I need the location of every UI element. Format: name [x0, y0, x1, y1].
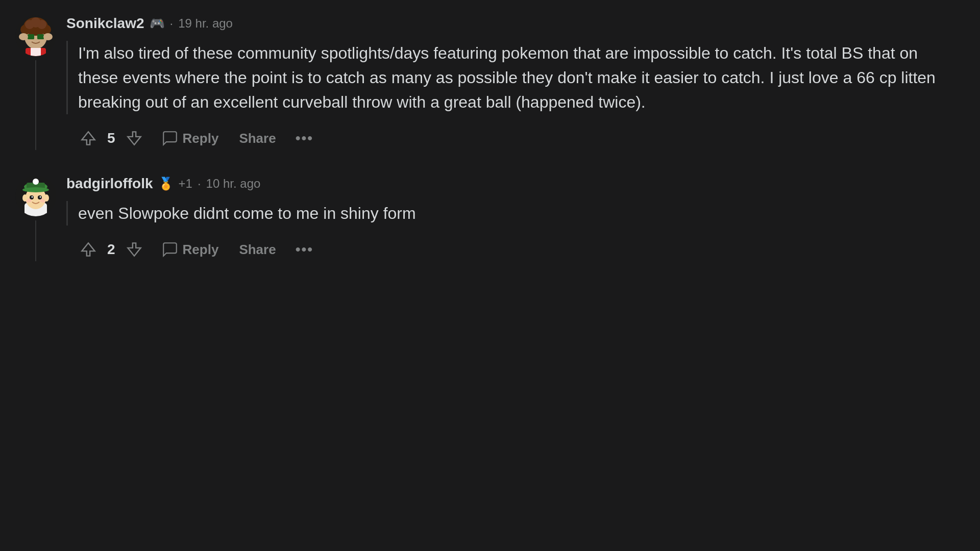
- svg-point-22: [33, 179, 39, 185]
- more-button[interactable]: •••: [291, 128, 317, 148]
- vote-count: 5: [107, 130, 115, 146]
- reply-button[interactable]: Reply: [156, 238, 224, 261]
- share-button[interactable]: Share: [234, 239, 281, 261]
- upvote-icon: [79, 240, 98, 259]
- comment-item: badgirloffolk 🏅 +1 · 10 hr. ago even Slo…: [15, 170, 954, 261]
- comment-body: even Slowpoke didnt come to me in shiny …: [66, 201, 954, 226]
- user-flair: 🎮: [150, 16, 165, 31]
- comment-content: Sonikclaw2 🎮 · 19 hr. ago I'm also tired…: [64, 15, 954, 150]
- svg-point-26: [40, 196, 41, 198]
- svg-point-21: [22, 187, 49, 192]
- vote-count: 2: [107, 241, 115, 258]
- svg-point-29: [22, 194, 28, 202]
- user-flair: 🏅: [158, 177, 174, 191]
- share-label: Share: [239, 131, 276, 146]
- upvote-button[interactable]: [77, 238, 100, 261]
- username: badgirloffolk: [66, 176, 153, 192]
- share-label: Share: [239, 242, 276, 258]
- svg-point-25: [32, 196, 33, 198]
- comment-content: badgirloffolk 🏅 +1 · 10 hr. ago even Slo…: [64, 176, 954, 261]
- avatar-column: [15, 176, 56, 261]
- reply-label: Reply: [183, 242, 219, 258]
- svg-rect-10: [28, 34, 34, 39]
- comment-item: Sonikclaw2 🎮 · 19 hr. ago I'm also tired…: [15, 10, 954, 150]
- reply-button[interactable]: Reply: [156, 127, 224, 150]
- thread-line: [35, 220, 36, 261]
- comments-container: Sonikclaw2 🎮 · 19 hr. ago I'm also tired…: [0, 0, 970, 292]
- comment-actions: 2 Reply Share •••: [66, 238, 954, 261]
- svg-point-7: [31, 17, 41, 28]
- karma-badge: +1: [179, 177, 192, 191]
- vote-controls: 2: [77, 238, 146, 261]
- username: Sonikclaw2: [66, 15, 144, 32]
- avatar-image: [15, 15, 56, 56]
- downvote-button[interactable]: [122, 238, 146, 261]
- avatar-column: [15, 15, 56, 150]
- share-button[interactable]: Share: [234, 128, 281, 149]
- svg-point-30: [44, 194, 49, 202]
- avatar-image: [15, 176, 56, 216]
- thread-line: [35, 60, 36, 150]
- vote-controls: 5: [77, 127, 146, 150]
- upvote-icon: [79, 129, 98, 148]
- reply-icon: [161, 241, 179, 258]
- svg-point-15: [43, 33, 53, 40]
- timestamp: 19 hr. ago: [178, 16, 233, 31]
- downvote-button[interactable]: [122, 127, 146, 150]
- downvote-icon: [125, 240, 144, 259]
- downvote-icon: [125, 129, 144, 148]
- comment-header: badgirloffolk 🏅 +1 · 10 hr. ago: [66, 176, 954, 192]
- avatar: [15, 176, 56, 216]
- upvote-button[interactable]: [77, 127, 100, 150]
- avatar: [15, 15, 56, 56]
- comment-body: I'm also tired of these community spotli…: [66, 41, 954, 114]
- reply-icon: [161, 130, 179, 147]
- more-label: •••: [296, 130, 313, 146]
- comment-header: Sonikclaw2 🎮 · 19 hr. ago: [66, 15, 954, 32]
- timestamp: 10 hr. ago: [206, 177, 261, 191]
- more-label: •••: [296, 241, 313, 257]
- more-button[interactable]: •••: [291, 239, 317, 260]
- svg-rect-11: [37, 34, 44, 39]
- comment-actions: 5 Reply Share •••: [66, 127, 954, 150]
- svg-point-14: [19, 33, 28, 40]
- svg-rect-13: [31, 48, 41, 56]
- reply-label: Reply: [183, 131, 219, 146]
